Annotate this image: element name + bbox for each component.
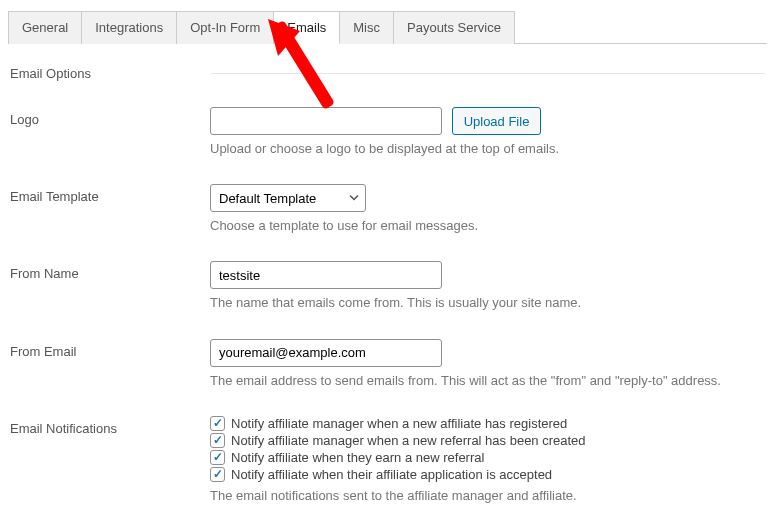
from-name-input[interactable] <box>210 261 442 289</box>
help-email-notifications: The email notifications sent to the affi… <box>210 487 765 505</box>
checkbox-notify-affiliate-application-accepted[interactable] <box>210 467 225 482</box>
tab-integrations[interactable]: Integrations <box>82 11 177 44</box>
help-logo: Upload or choose a logo to be displayed … <box>210 140 765 158</box>
tabs-bar: General Integrations Opt-In Form Emails … <box>8 10 767 44</box>
checkbox-label: Notify affiliate manager when a new refe… <box>231 433 586 448</box>
divider <box>211 73 765 74</box>
help-from-email: The email address to send emails from. T… <box>210 372 765 390</box>
label-from-email: From Email <box>10 339 210 359</box>
help-from-name: The name that emails come from. This is … <box>210 294 765 312</box>
help-email-template: Choose a template to use for email messa… <box>210 217 765 235</box>
label-from-name: From Name <box>10 261 210 281</box>
label-email-notifications: Email Notifications <box>10 416 210 436</box>
upload-file-button[interactable]: Upload File <box>452 107 542 135</box>
label-email-template: Email Template <box>10 184 210 204</box>
checkbox-notify-affiliate-earn-referral[interactable] <box>210 450 225 465</box>
from-email-input[interactable] <box>210 339 442 367</box>
checkbox-label: Notify affiliate when they earn a new re… <box>231 450 484 465</box>
label-logo: Logo <box>10 107 210 127</box>
tab-general[interactable]: General <box>8 11 82 44</box>
checkbox-label: Notify affiliate manager when a new affi… <box>231 416 567 431</box>
section-title-email-options: Email Options <box>10 66 205 81</box>
logo-input[interactable] <box>210 107 442 135</box>
tab-payouts-service[interactable]: Payouts Service <box>394 11 515 44</box>
tab-misc[interactable]: Misc <box>340 11 394 44</box>
checkbox-label: Notify affiliate when their affiliate ap… <box>231 467 552 482</box>
checkbox-notify-manager-new-referral[interactable] <box>210 433 225 448</box>
checkbox-notify-manager-new-affiliate[interactable] <box>210 416 225 431</box>
tab-emails[interactable]: Emails <box>274 11 340 44</box>
email-template-select[interactable]: Default Template <box>210 184 366 212</box>
tab-optin-form[interactable]: Opt-In Form <box>177 11 274 44</box>
